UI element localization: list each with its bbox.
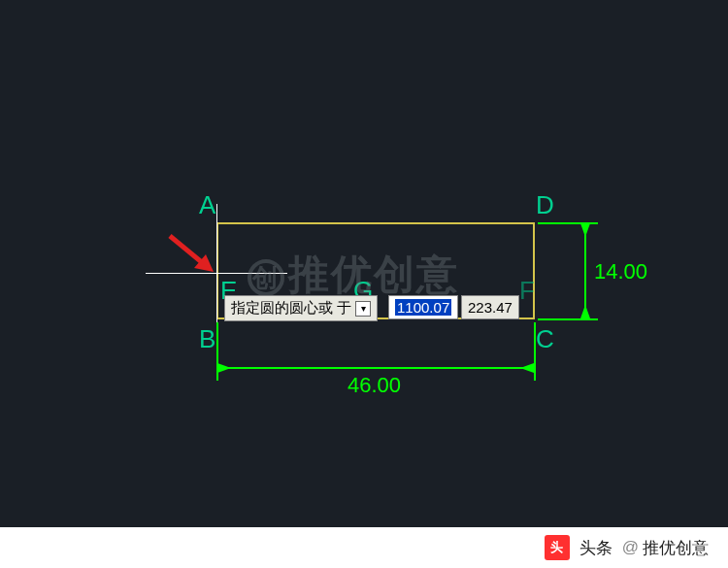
prompt-text: 指定圆的圆心或 于 [231, 299, 351, 317]
cad-drawing-canvas[interactable]: A D E G F B C 创推优创意 46.00 14.00 指定圆的圆心或 … [0, 0, 728, 568]
vdim-arrow-bot [580, 305, 590, 318]
dropdown-icon[interactable]: ▾ [355, 301, 371, 317]
point-label-c: C [536, 324, 554, 354]
footer-author: 推优创意 [643, 537, 709, 559]
vdim-value: 14.00 [594, 259, 647, 284]
watermark-text: 创推优创意 [248, 248, 459, 302]
command-prompt-tooltip: 指定圆的圆心或 于 ▾ [224, 295, 378, 321]
red-annotation-arrow [165, 231, 223, 280]
angle-value: 223.47 [468, 299, 513, 316]
vdim-arrow-top [580, 223, 590, 237]
hdim-arrow-left [217, 363, 231, 373]
dynamic-input-distance[interactable]: 1100.07 [388, 295, 458, 319]
point-label-d: D [536, 190, 554, 220]
vdim-ext-bot [538, 318, 598, 320]
hdim-ext-right [534, 322, 536, 381]
distance-value: 1100.07 [395, 299, 451, 316]
hdim-line [216, 367, 536, 369]
point-label-f: F [519, 276, 535, 306]
toutiao-logo-icon: 头 [545, 535, 570, 560]
watermark-symbol: 创 [248, 259, 284, 296]
footer-at: @ [622, 538, 639, 557]
point-label-a: A [199, 190, 215, 220]
dynamic-input-angle[interactable]: 223.47 [461, 295, 519, 319]
hdim-value: 46.00 [347, 373, 401, 398]
attribution-footer: 头 头条 @ 推优创意 [0, 527, 728, 568]
footer-brand: 头条 [579, 537, 612, 559]
point-label-b: B [199, 324, 215, 354]
hdim-arrow-right [520, 363, 534, 373]
